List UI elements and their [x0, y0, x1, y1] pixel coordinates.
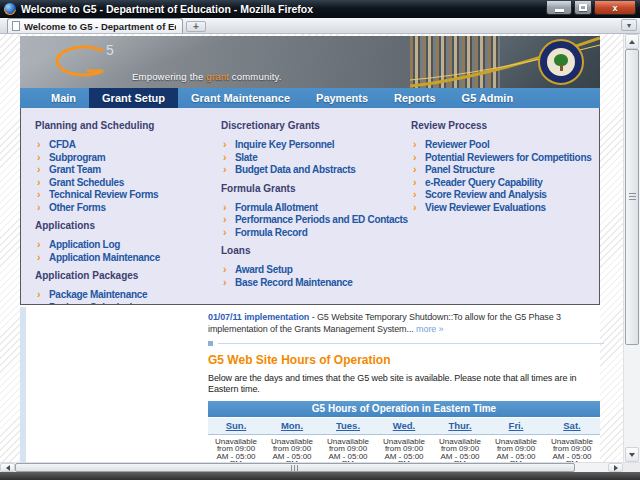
- menu-item-technical-review-forms[interactable]: ›Technical Review Forms: [35, 189, 225, 202]
- chevron-right-icon: ›: [37, 251, 41, 264]
- chevron-right-icon: ›: [223, 138, 227, 151]
- menu-item-inquire-key-personnel[interactable]: ›Inquire Key Personnel: [221, 139, 411, 152]
- menu-header-loans: Loans: [221, 245, 411, 256]
- menu-item-award-setup[interactable]: ›Award Setup: [221, 264, 411, 277]
- menu-item-formula-record[interactable]: ›Formula Record: [221, 227, 411, 240]
- scrollbar-grip: [291, 465, 299, 471]
- nav-item-reports[interactable]: Reports: [381, 88, 449, 108]
- menu-item-view-reviewer-evaluations[interactable]: ›View Reviewer Evaluations: [411, 202, 600, 215]
- menu-item-label: Panel Structure: [425, 164, 494, 175]
- nav-item-payments[interactable]: Payments: [303, 88, 381, 108]
- horizontal-track[interactable]: [15, 463, 608, 472]
- scroll-up-button[interactable]: [625, 34, 639, 49]
- menu-item-performance-periods-and-ed-contacts[interactable]: ›Performance Periods and ED Contacts: [221, 214, 411, 227]
- availability-cell: Unavailable from 09:00 AM - 05:00 PM: [376, 434, 432, 462]
- menu-item-label: Reviewer Pool: [425, 139, 489, 150]
- maximize-button[interactable]: [574, 1, 592, 15]
- menu-item-label: Formula Record: [235, 227, 307, 238]
- scrollbar-grip: [629, 193, 636, 201]
- menu-header-review-process: Review Process: [411, 120, 600, 131]
- menu-item-potential-reviewers-for-competitions[interactable]: ›Potential Reviewers for Competitions: [411, 152, 600, 165]
- hours-intro: Below are the days and times that the G5…: [208, 373, 604, 395]
- tab-title: Welcome to G5 - Department of Edu...: [24, 21, 176, 32]
- vertical-scrollbar-thumb[interactable]: [625, 49, 639, 345]
- menu-item-label: Slate: [235, 152, 257, 163]
- day-header-sun[interactable]: Sun.: [208, 417, 264, 434]
- chevron-right-icon: ›: [413, 138, 417, 151]
- menu-header-discretionary-grants: Discretionary Grants: [221, 120, 411, 131]
- menu-item-label: Technical Review Forms: [49, 189, 158, 200]
- grant-setup-menu: Planning and Scheduling›CFDA›Subprogram›…: [20, 108, 600, 305]
- menu-item-base-record-maintenance[interactable]: ›Base Record Maintenance: [221, 277, 411, 290]
- close-button[interactable]: x: [594, 1, 636, 15]
- menu-item-reviewer-pool[interactable]: ›Reviewer Pool: [411, 139, 600, 152]
- nav-item-g5-admin[interactable]: G5 Admin: [449, 88, 527, 108]
- day-header-sat[interactable]: Sat.: [544, 417, 600, 434]
- nav-item-grant-setup[interactable]: Grant Setup: [89, 88, 178, 108]
- availability-cell: Unavailable from 09:00 AM - 05:00 PM: [544, 434, 600, 462]
- arrow-left-icon: [6, 465, 10, 471]
- menu-item-panel-structure[interactable]: ›Panel Structure: [411, 164, 600, 177]
- menu-item-budget-data-and-abstracts[interactable]: ›Budget Data and Abstracts: [221, 164, 411, 177]
- day-header-wed[interactable]: Wed.: [376, 417, 432, 434]
- menu-item-label: Potential Reviewers for Competitions: [425, 152, 591, 163]
- browser-window: Welcome to G5 - Department of Education …: [0, 0, 640, 480]
- nav-item-main[interactable]: Main: [38, 88, 89, 108]
- menu-item-package-maintenance[interactable]: ›Package Maintenance: [35, 289, 225, 302]
- tab-bar: Welcome to G5 - Department of Edu... + ▾: [0, 18, 640, 34]
- maximize-icon: [579, 4, 587, 11]
- horizontal-scrollbar[interactable]: [0, 462, 640, 472]
- scroll-left-button[interactable]: [0, 463, 15, 472]
- day-header-thur[interactable]: Thur.: [432, 417, 488, 434]
- menu-item-grant-team[interactable]: ›Grant Team: [35, 164, 225, 177]
- hours-heading: G5 Web Site Hours of Operation: [208, 353, 604, 367]
- implementation-link[interactable]: 01/07/11 implementation: [208, 312, 309, 322]
- menu-item-application-log[interactable]: ›Application Log: [35, 239, 225, 252]
- menu-item-label: Formula Allotment: [235, 202, 318, 213]
- nav-bar: MainGrant SetupGrant MaintenancePayments…: [20, 88, 600, 108]
- chevron-right-icon: ›: [37, 238, 41, 251]
- menu-item-subprogram[interactable]: ›Subprogram: [35, 152, 225, 165]
- menu-item-other-forms[interactable]: ›Other Forms: [35, 202, 225, 215]
- nav-item-grant-maintenance[interactable]: Grant Maintenance: [178, 88, 303, 108]
- chevron-right-icon: ›: [223, 151, 227, 164]
- day-header-mon[interactable]: Mon.: [264, 417, 320, 434]
- menu-item-label: Inquire Key Personnel: [235, 139, 334, 150]
- chevron-right-icon: ›: [37, 138, 41, 151]
- menu-item-label: Package Maintenance: [49, 289, 147, 300]
- tab-welcome-g5[interactable]: Welcome to G5 - Department of Edu...: [7, 18, 183, 33]
- menu-item-label: Base Record Maintenance: [235, 277, 353, 288]
- horizontal-scrollbar-thumb[interactable]: [15, 463, 575, 472]
- menu-item-slate[interactable]: ›Slate: [221, 152, 411, 165]
- day-header-tues[interactable]: Tues.: [320, 417, 376, 434]
- g5-logo-icon: 5: [46, 42, 120, 82]
- left-accent-strip: [20, 307, 26, 462]
- menu-item-application-maintenance[interactable]: ›Application Maintenance: [35, 252, 225, 265]
- seal-center: [547, 48, 575, 76]
- new-tab-button[interactable]: +: [186, 21, 206, 32]
- more-link[interactable]: more »: [416, 324, 443, 334]
- scroll-down-button[interactable]: [625, 447, 639, 462]
- list-all-tabs-button[interactable]: ▾: [621, 19, 637, 31]
- menu-header-planning-and-scheduling: Planning and Scheduling: [35, 120, 225, 131]
- menu-item-label: Award Setup: [235, 264, 293, 275]
- menu-item-label: Application Maintenance: [49, 252, 160, 263]
- menu-item-e-reader-query-capability[interactable]: ›e-Reader Query Capability: [411, 177, 600, 190]
- minimize-button[interactable]: [546, 1, 572, 15]
- title-bar: Welcome to G5 - Department of Education …: [0, 0, 640, 18]
- hours-cells-row: Unavailable from 09:00 AM - 05:00 PMUnav…: [208, 434, 600, 462]
- menu-item-label: CFDA: [49, 139, 76, 150]
- vertical-scrollbar[interactable]: [623, 34, 640, 462]
- chevron-right-icon: ›: [413, 176, 417, 189]
- menu-item-formula-allotment[interactable]: ›Formula Allotment: [221, 202, 411, 215]
- divider-bullet: [208, 341, 213, 346]
- chevron-right-icon: ›: [223, 201, 227, 214]
- scroll-right-button[interactable]: [608, 463, 623, 472]
- menu-item-grant-schedules[interactable]: ›Grant Schedules: [35, 177, 225, 190]
- menu-header-applications: Applications: [35, 220, 225, 231]
- day-header-fri[interactable]: Fri.: [488, 417, 544, 434]
- menu-item-score-review-and-analysis[interactable]: ›Score Review and Analysis: [411, 189, 600, 202]
- menu-item-label: Grant Team: [49, 164, 101, 175]
- menu-item-label: Performance Periods and ED Contacts: [235, 214, 408, 225]
- menu-item-cfda[interactable]: ›CFDA: [35, 139, 225, 152]
